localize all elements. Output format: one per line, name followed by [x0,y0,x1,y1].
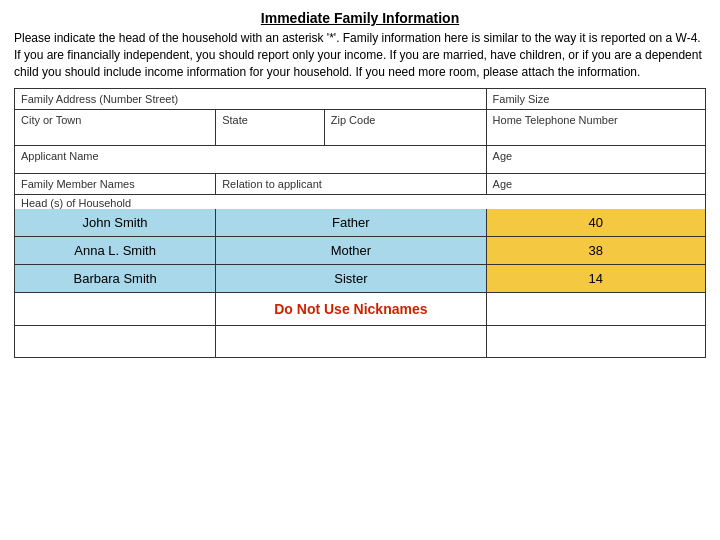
member-3-age: 14 [486,265,705,293]
family-address-label: Family Address (Number Street) [21,93,178,105]
member-age-label: Age [493,178,513,190]
member-3-name: Barbara Smith [15,265,216,293]
family-size-label: Family Size [493,93,550,105]
empty-cell-1 [15,293,216,326]
applicant-name-cell: Applicant Name [15,146,487,174]
member-row-1: John Smith Father 40 [15,209,706,237]
empty-bottom-3 [486,326,705,358]
family-address-cell: Family Address (Number Street) [15,89,487,110]
do-not-use-row: Do Not Use Nicknames [15,293,706,326]
member-3-relation: Sister [216,265,486,293]
head-label-row: Head (s) of Household [15,195,706,210]
member-2-name: Anna L. Smith [15,237,216,265]
empty-bottom-row [15,326,706,358]
intro-text: Please indicate the head of the househol… [14,30,706,80]
head-household-label: Head (s) of Household [15,195,706,210]
state-cell: State [216,110,325,146]
member-age-cell: Age [486,174,705,195]
member-2-age: 38 [486,237,705,265]
applicant-name-label: Applicant Name [21,150,99,162]
member-row-3: Barbara Smith Sister 14 [15,265,706,293]
member-1-name: John Smith [15,209,216,237]
family-member-names-label: Family Member Names [21,178,135,190]
empty-cell-2 [486,293,705,326]
family-info-table: Family Address (Number Street) Family Si… [14,88,706,358]
zip-label: Zip Code [331,114,376,126]
applicant-age-label: Age [493,150,513,162]
phone-cell: Home Telephone Number [486,110,705,146]
phone-label: Home Telephone Number [493,114,618,126]
relation-cell: Relation to applicant [216,174,486,195]
member-2-relation: Mother [216,237,486,265]
member-row-2: Anna L. Smith Mother 38 [15,237,706,265]
empty-bottom-1 [15,326,216,358]
relation-label: Relation to applicant [222,178,322,190]
applicant-age-cell: Age [486,146,705,174]
do-not-use-cell: Do Not Use Nicknames [216,293,486,326]
family-member-header-row: Family Member Names Relation to applican… [15,174,706,195]
city-town-label: City or Town [21,114,81,126]
page-title: Immediate Family Information [14,10,706,26]
family-member-names-cell: Family Member Names [15,174,216,195]
address-row: Family Address (Number Street) Family Si… [15,89,706,110]
state-label: State [222,114,248,126]
empty-bottom-2 [216,326,486,358]
family-size-cell: Family Size [486,89,705,110]
member-1-relation: Father [216,209,486,237]
applicant-row: Applicant Name Age [15,146,706,174]
city-state-row: City or Town State Zip Code Home Telepho… [15,110,706,146]
city-town-cell: City or Town [15,110,216,146]
zip-cell: Zip Code [324,110,486,146]
member-1-age: 40 [486,209,705,237]
